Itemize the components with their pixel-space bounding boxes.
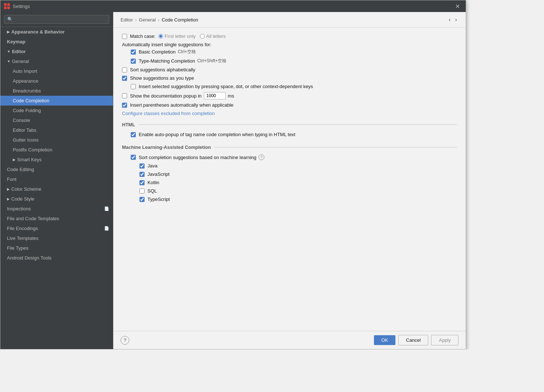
ml-typescript-row: TypeScript	[122, 197, 457, 202]
sidebar-label: File Encodings	[7, 226, 38, 231]
settings-panel: Match case: First letter only All letter…	[113, 28, 466, 331]
forward-button[interactable]: ›	[454, 16, 458, 24]
sidebar-label: Inspections	[7, 206, 31, 211]
radio-group: First letter only All letters	[158, 33, 226, 39]
sidebar-item-live-templates[interactable]: Live Templates	[0, 233, 113, 243]
sidebar-item-editor[interactable]: ▼ Editor	[0, 47, 113, 56]
chevron-right-icon: ▶	[7, 197, 10, 201]
sidebar-item-appearance-behavior[interactable]: ▶ Appearance & Behavior	[0, 27, 113, 37]
sidebar-item-file-types[interactable]: File Types	[0, 243, 113, 253]
svg-rect-1	[7, 3, 10, 6]
sidebar-item-code-folding[interactable]: Code Folding	[0, 106, 113, 115]
search-input[interactable]	[4, 15, 109, 24]
ml-typescript-checkbox[interactable]	[139, 197, 145, 202]
sidebar-label: Appearance	[13, 78, 38, 84]
all-letters-radio[interactable]	[200, 34, 205, 39]
ml-sql-checkbox[interactable]	[139, 189, 145, 194]
html-option-row: Enable auto-popup of tag name code compl…	[122, 132, 457, 137]
svg-rect-2	[4, 7, 7, 9]
cancel-button[interactable]: Cancel	[398, 335, 428, 345]
sidebar-item-postfix-completion[interactable]: Postfix Completion	[0, 145, 113, 155]
svg-rect-3	[7, 7, 10, 9]
basic-completion-label: Basic Completion	[139, 49, 176, 55]
html-section-label: HTML	[122, 122, 135, 127]
breadcrumb-nav: ‹ ›	[447, 16, 458, 24]
bottom-bar: ? OK Cancel Apply	[113, 331, 466, 349]
svg-rect-0	[4, 3, 7, 6]
sidebar-item-smart-keys[interactable]: ▶ Smart Keys	[0, 155, 113, 165]
app-icon	[4, 3, 10, 9]
basic-completion-shortcut: Ctrl+空格	[178, 49, 196, 55]
breadcrumb-editor: Editor	[121, 17, 133, 23]
insert-parens-checkbox[interactable]	[122, 103, 127, 108]
auto-insert-label: Automatically insert single suggestions …	[122, 42, 212, 47]
basic-completion-checkbox[interactable]	[131, 50, 136, 55]
match-case-checkbox[interactable]	[122, 34, 127, 39]
sidebar-item-code-completion[interactable]: Code Completion	[0, 96, 113, 106]
show-doc-popup-checkbox[interactable]	[122, 93, 127, 98]
type-matching-checkbox[interactable]	[131, 59, 136, 64]
sidebar-item-appearance[interactable]: Appearance	[0, 76, 113, 86]
sidebar-item-android-design[interactable]: Android Design Tools	[0, 253, 113, 263]
sidebar-label: General	[12, 59, 29, 64]
chevron-right-icon: ▶	[7, 187, 10, 191]
sidebar-item-breadcrumbs[interactable]: Breadcrumbs	[0, 86, 113, 96]
sidebar-label: Postfix Completion	[13, 147, 52, 153]
sidebar-item-keymap[interactable]: Keymap	[0, 37, 113, 47]
sort-alphabetically-label: Sort suggestions alphabetically	[130, 67, 195, 72]
sort-alphabetically-row: Sort suggestions alphabetically	[122, 67, 457, 72]
apply-button[interactable]: Apply	[431, 335, 458, 345]
sidebar-label: Smart Keys	[17, 157, 42, 162]
ml-java-checkbox[interactable]	[139, 163, 145, 169]
sidebar-label: Editor	[12, 49, 26, 54]
html-section-divider: HTML	[122, 122, 457, 127]
html-checkbox[interactable]	[131, 132, 136, 137]
ok-button[interactable]: OK	[374, 335, 395, 345]
sidebar-item-code-style[interactable]: ▶ Code Style	[0, 194, 113, 204]
ml-kotlin-checkbox[interactable]	[139, 180, 145, 185]
sidebar-item-general[interactable]: ▼ General	[0, 56, 113, 66]
ml-sort-row: Sort completion suggestions based on mac…	[122, 154, 457, 160]
chevron-right-icon: ▶	[7, 30, 10, 34]
ml-java-row: Java	[122, 163, 457, 169]
sidebar-item-auto-import[interactable]: Auto Import	[0, 66, 113, 76]
sidebar-label: Breadcrumbs	[13, 88, 41, 94]
ml-typescript-label: TypeScript	[147, 197, 170, 202]
first-letter-radio[interactable]	[158, 34, 163, 39]
show-doc-popup-row: Show the documentation popup in ms	[122, 92, 457, 99]
sort-alphabetically-checkbox[interactable]	[122, 67, 127, 72]
sidebar-item-file-code-templates[interactable]: File and Code Templates	[0, 214, 113, 223]
sidebar-label: Code Folding	[13, 108, 41, 113]
sidebar-item-console[interactable]: Console	[0, 115, 113, 125]
insert-parens-label: Insert parentheses automatically when ap…	[130, 102, 233, 108]
doc-popup-ms-input[interactable]	[204, 92, 226, 99]
help-button[interactable]: ?	[121, 336, 129, 345]
insert-selected-checkbox[interactable]	[131, 84, 136, 89]
sidebar-label: Code Editing	[7, 167, 34, 172]
ml-section-divider: Machine Learning-Assisted Completion	[122, 144, 457, 150]
title-bar: Settings ✕	[0, 0, 466, 12]
all-letters-option[interactable]: All letters	[200, 33, 225, 39]
sidebar-item-font[interactable]: Font	[0, 174, 113, 184]
sidebar-item-file-encodings[interactable]: File Encodings 📄	[0, 223, 113, 233]
configure-link-row: Configure classes excluded from completi…	[122, 111, 457, 116]
sidebar-item-gutter-icons[interactable]: Gutter Icons	[0, 135, 113, 145]
match-case-label: Match case:	[130, 33, 155, 39]
sidebar-item-inspections[interactable]: Inspections 📄	[0, 204, 113, 214]
first-letter-option[interactable]: First letter only	[158, 33, 196, 39]
show-as-type-checkbox[interactable]	[122, 76, 127, 81]
ml-sort-checkbox[interactable]	[131, 155, 136, 160]
ml-javascript-checkbox[interactable]	[139, 172, 145, 177]
ml-sql-label: SQL	[147, 188, 157, 194]
ml-kotlin-row: Kotlin	[122, 180, 457, 185]
close-button[interactable]: ✕	[453, 2, 462, 11]
back-button[interactable]: ‹	[447, 16, 452, 24]
sidebar-item-code-editing[interactable]: Code Editing	[0, 165, 113, 174]
sidebar-label: Gutter Icons	[13, 137, 39, 143]
sidebar-item-editor-tabs[interactable]: Editor Tabs	[0, 125, 113, 135]
sidebar-label: Code Completion	[13, 98, 49, 103]
configure-link[interactable]: Configure classes excluded from completi…	[122, 111, 215, 116]
inspections-badge: 📄	[104, 206, 109, 211]
sidebar-item-color-scheme[interactable]: ▶ Color Scheme	[0, 184, 113, 194]
html-option-label: Enable auto-popup of tag name code compl…	[139, 132, 295, 137]
